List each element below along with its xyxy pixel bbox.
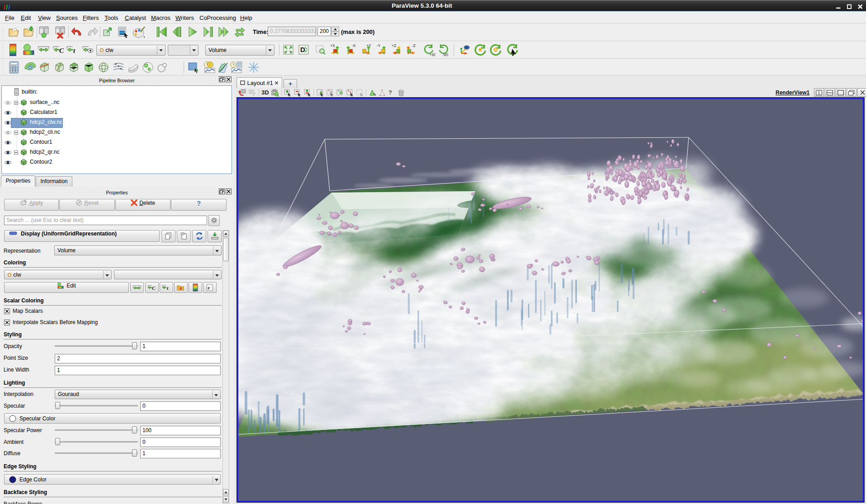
- svg-text:+X: +X: [330, 43, 335, 48]
- svg-text:D: D: [300, 46, 305, 53]
- svg-text:-Z: -Z: [412, 43, 416, 48]
- svg-text:+Z: +Z: [392, 43, 396, 48]
- svg-text:+90: +90: [429, 52, 435, 57]
- svg-text:t: t: [167, 285, 169, 291]
- svg-text:-X: -X: [352, 43, 356, 48]
- svg-text:t: t: [73, 47, 76, 54]
- svg-text:C: C: [152, 285, 156, 291]
- svg-text:C: C: [59, 47, 64, 54]
- svg-text:e: e: [208, 285, 210, 290]
- svg-text:-90: -90: [442, 52, 448, 57]
- svg-text:-Y: -Y: [377, 43, 381, 48]
